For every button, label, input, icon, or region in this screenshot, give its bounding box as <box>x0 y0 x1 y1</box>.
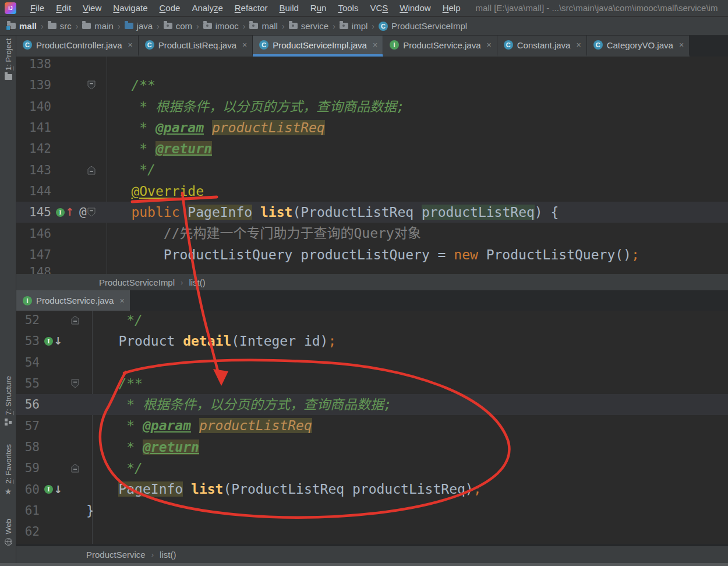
menu-item-refactor[interactable]: Refactor <box>229 0 274 16</box>
code-line-61[interactable]: 61} <box>16 500 728 521</box>
implemented-arrow-icon[interactable]: ↓ <box>54 336 62 346</box>
nav-separator: › <box>196 22 199 31</box>
nav-item-imooc[interactable]: imooc <box>203 21 239 31</box>
tab-productservice-java[interactable]: IProductService.java× <box>16 290 130 311</box>
code-line-59[interactable]: 59 */ <box>16 458 728 479</box>
menu-item-help[interactable]: Help <box>437 0 467 16</box>
implement-marker-icon[interactable]: I <box>56 208 65 217</box>
code-line-54[interactable]: 54 <box>16 352 728 373</box>
code-token: @return <box>156 141 212 156</box>
crumb-item-list[interactable]: list() <box>189 277 205 287</box>
code-token: * <box>126 418 143 433</box>
nav-item-productserviceimpl[interactable]: CProductServiceImpl <box>379 21 467 31</box>
code-line-60[interactable]: 60I↓ PageInfo list(ProductListReq produc… <box>16 479 728 500</box>
close-icon[interactable]: × <box>242 40 247 50</box>
nav-item-service[interactable]: service <box>289 21 329 31</box>
tab-productlistreq-java[interactable]: CProductListReq.java× <box>139 36 253 57</box>
breadcrumb-productserviceimpl: ProductServiceImpl›list() <box>16 274 728 290</box>
menu-item-vcs[interactable]: VCS <box>364 0 394 16</box>
nav-item-impl[interactable]: impl <box>340 21 368 31</box>
fold-marker-icon[interactable] <box>71 463 79 475</box>
code-line-141[interactable]: 141 * @param productListReq <box>16 117 728 138</box>
implemented-arrow-icon[interactable]: ↓ <box>54 484 62 495</box>
menu-item-view[interactable]: View <box>77 0 107 16</box>
close-icon[interactable]: × <box>128 40 133 50</box>
package-icon <box>249 23 258 29</box>
fold-marker-icon[interactable] <box>71 315 79 327</box>
fold-marker-icon[interactable] <box>87 208 96 219</box>
nav-item-mall[interactable]: mall <box>7 21 37 31</box>
code-token <box>86 440 126 455</box>
tab-categoryvo-java[interactable]: CCategoryVO.java× <box>587 36 690 57</box>
crumb-item-list[interactable]: list() <box>160 550 176 560</box>
editor-pane-productserviceimpl[interactable]: 138139 /**140 * 根据条件，以分页的方式，查询商品数据;141 *… <box>16 57 728 274</box>
code-line-148[interactable]: 148 <box>16 265 728 274</box>
menu-item-edit[interactable]: Edit <box>50 0 77 16</box>
close-icon[interactable]: × <box>576 40 581 50</box>
close-icon[interactable]: × <box>487 40 492 50</box>
tab-productservice-java[interactable]: IProductService.java× <box>383 36 497 57</box>
line-number: 144 <box>16 184 54 198</box>
tool-window-button-web[interactable]: Web <box>0 519 16 557</box>
code-line-57[interactable]: 57 * @param productListReq <box>16 415 728 436</box>
nav-separator: › <box>76 22 79 31</box>
tab-productserviceimpl-java[interactable]: CProductServiceImpl.java× <box>253 36 383 57</box>
menu-item-window[interactable]: Window <box>394 0 436 16</box>
nav-item-mall[interactable]: mall <box>249 21 278 31</box>
nav-item-src[interactable]: src <box>48 21 72 31</box>
code-line-143[interactable]: 143 */ <box>16 159 728 180</box>
line-number: 55 <box>16 377 42 391</box>
menu-item-tools[interactable]: Tools <box>332 0 364 16</box>
code-line-138[interactable]: 138 <box>16 57 728 75</box>
tool-window-label: 1: Project <box>4 38 13 71</box>
nav-item-java[interactable]: java <box>125 21 153 31</box>
crumb-item-productservice[interactable]: ProductService <box>86 550 146 560</box>
code-line-146[interactable]: 146 //先构建一个专门助力于查询的Query对象 <box>16 223 728 244</box>
code-token: * <box>139 120 156 135</box>
code-line-53[interactable]: 53I↓ Product detail(Integer id); <box>16 331 728 351</box>
menu-item-run[interactable]: Run <box>305 0 333 16</box>
fold-marker-icon[interactable] <box>87 80 96 92</box>
implement-marker-icon[interactable]: I <box>44 337 53 346</box>
nav-item-com[interactable]: com <box>164 21 192 31</box>
tool-window-button-2-favorites[interactable]: 2: Favorites★ <box>0 444 16 513</box>
tab-constant-java[interactable]: CConstant.java× <box>497 36 587 57</box>
line-number: 138 <box>16 57 54 71</box>
tool-window-button-1-project[interactable]: 1: Project <box>0 38 16 103</box>
code-line-147[interactable]: 147 ProductListQuery productListQuery = … <box>16 244 728 265</box>
menu-item-navigate[interactable]: Navigate <box>107 0 153 16</box>
menu-item-code[interactable]: Code <box>154 0 186 16</box>
code-token: ; <box>328 333 336 349</box>
code-line-58[interactable]: 58 * @return <box>16 437 728 458</box>
editor-pane-productservice[interactable]: 52 */53I↓ Product detail(Integer id);545… <box>16 311 728 544</box>
menu-item-analyze[interactable]: Analyze <box>186 0 228 16</box>
code-line-56[interactable]: 56 * 根据条件，以分页的方式，查询商品数据; <box>16 394 728 415</box>
code-token: * <box>126 440 143 455</box>
fold-marker-icon[interactable] <box>71 379 79 391</box>
menu-item-build[interactable]: Build <box>273 0 304 16</box>
tool-window-button-7-structure[interactable]: 7: Structure <box>0 376 16 451</box>
code-line-142[interactable]: 142 * @return <box>16 138 728 159</box>
code-line-144[interactable]: 144 @Override <box>16 181 728 202</box>
fold-marker-icon[interactable] <box>87 166 96 177</box>
close-icon[interactable]: × <box>119 296 124 305</box>
overrides-arrow-icon[interactable]: ↑ <box>65 207 74 217</box>
code-line-62[interactable]: 62 <box>16 521 728 542</box>
close-icon[interactable]: × <box>373 40 377 50</box>
line-number: 58 <box>16 440 42 454</box>
nav-item-label: java <box>137 21 153 31</box>
code-line-139[interactable]: 139 /** <box>16 75 728 96</box>
nav-item-main[interactable]: main <box>82 21 114 31</box>
menu-item-file[interactable]: File <box>24 0 50 16</box>
code-line-140[interactable]: 140 * 根据条件，以分页的方式，查询商品数据; <box>16 96 728 117</box>
code-line-55[interactable]: 55 /** <box>16 373 728 394</box>
gutter-icons <box>42 352 82 373</box>
implement-marker-icon[interactable]: I <box>44 485 53 494</box>
tab-productcontroller-java[interactable]: CProductController.java× <box>16 36 139 57</box>
code-token <box>99 184 131 199</box>
close-icon[interactable]: × <box>679 40 684 50</box>
crumb-item-productserviceimpl[interactable]: ProductServiceImpl <box>99 277 175 287</box>
code-line-52[interactable]: 52 */ <box>16 311 728 331</box>
code-token: ProductListQuery() <box>478 247 631 262</box>
code-line-145[interactable]: 145I↑@ public PageInfo list(ProductListR… <box>16 202 728 223</box>
